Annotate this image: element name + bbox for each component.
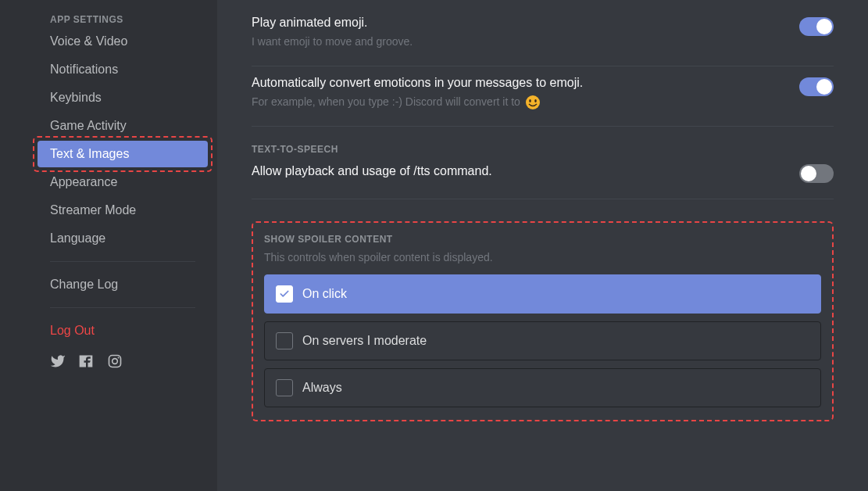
spoiler-option-moderate[interactable]: On servers I moderate (264, 321, 821, 360)
content: Play animated emoji. I want emoji to mov… (217, 0, 868, 491)
svg-point-2 (117, 357, 119, 358)
twitter-icon[interactable] (50, 353, 66, 369)
svg-point-4 (529, 99, 531, 102)
setting-convert-emoticons: Automatically convert emoticons in your … (252, 66, 834, 126)
sidebar-item-text-images[interactable]: Text & Images (38, 141, 208, 167)
divider (252, 199, 834, 199)
spoiler-option-always[interactable]: Always (264, 368, 821, 407)
setting-desc: For example, when you type :-) Discord w… (252, 95, 834, 110)
setting-desc-text: For example, when you type :-) Discord w… (252, 95, 520, 110)
setting-animated-emoji: Play animated emoji. I want emoji to mov… (252, 6, 834, 66)
sidebar-item-language[interactable]: Language (38, 225, 208, 252)
sidebar-item-change-log[interactable]: Change Log (38, 271, 208, 298)
smile-emoji-icon (525, 95, 541, 110)
sidebar-separator (50, 307, 195, 308)
spoiler-section: SHOW SPOILER CONTENT This controls when … (252, 221, 834, 421)
checkbox-icon (276, 379, 293, 396)
radio-label: On servers I moderate (302, 334, 427, 348)
toggle-knob (816, 19, 832, 34)
toggle-knob (816, 79, 832, 95)
toggle-knob (801, 166, 816, 181)
setting-title: Automatically convert emoticons in your … (252, 76, 834, 90)
toggle-convert-emoticons[interactable] (799, 77, 834, 96)
sidebar-header: APP SETTINGS (38, 8, 208, 28)
toggle-tts[interactable] (799, 164, 834, 183)
checkbox-icon (276, 332, 293, 349)
instagram-icon[interactable] (107, 353, 123, 369)
sidebar-socials (38, 346, 208, 380)
sidebar-item-appearance[interactable]: Appearance (38, 169, 208, 195)
sidebar-item-keybinds[interactable]: Keybinds (38, 84, 208, 111)
svg-point-1 (113, 359, 118, 364)
sidebar-item-game-activity[interactable]: Game Activity (38, 113, 208, 139)
section-header-tts: TEXT-TO-SPEECH (252, 144, 834, 155)
divider (252, 126, 834, 127)
setting-title: Play animated emoji. (252, 16, 834, 30)
setting-tts: Allow playback and usage of /tts command… (252, 161, 834, 199)
setting-title: Allow playback and usage of /tts command… (252, 164, 834, 178)
section-desc: This controls when spoiler content is di… (264, 251, 821, 263)
radio-label: On click (302, 287, 347, 301)
sidebar-item-log-out[interactable]: Log Out (38, 317, 208, 344)
section-header-spoiler: SHOW SPOILER CONTENT (264, 234, 821, 245)
sidebar-item-notifications[interactable]: Notifications (38, 56, 208, 83)
svg-point-5 (534, 99, 537, 102)
sidebar: APP SETTINGS Voice & Video Notifications… (0, 0, 217, 491)
sidebar-separator (50, 261, 195, 262)
sidebar-item-voice-video[interactable]: Voice & Video (38, 28, 208, 55)
svg-point-3 (526, 95, 540, 109)
sidebar-item-streamer-mode[interactable]: Streamer Mode (38, 197, 208, 224)
spoiler-option-on-click[interactable]: On click (264, 274, 821, 314)
radio-label: Always (302, 381, 342, 395)
facebook-icon[interactable] (78, 353, 94, 369)
checkbox-icon (276, 285, 293, 303)
spoiler-radio-group: On click On servers I moderate Always (264, 274, 821, 407)
toggle-animated-emoji[interactable] (799, 17, 834, 36)
setting-desc: I want emoji to move and groove. (252, 34, 834, 50)
